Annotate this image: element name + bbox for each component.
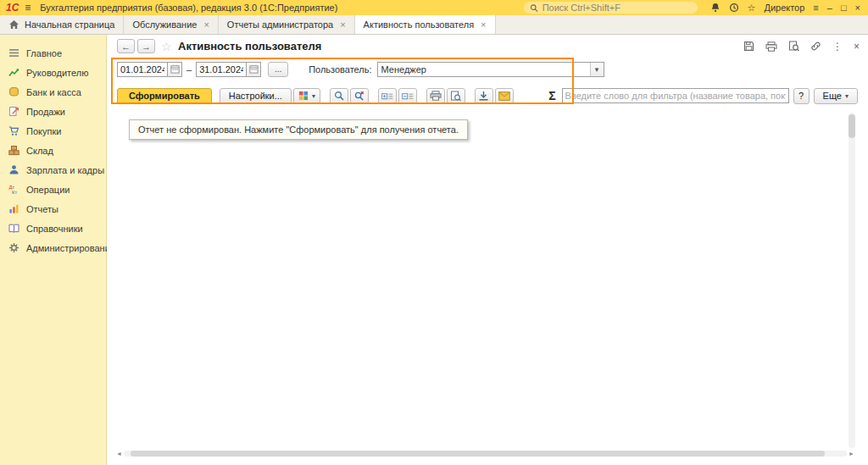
sidebar-item-label: Покупки xyxy=(26,126,61,136)
mail-icon xyxy=(498,91,510,101)
preview-report-button[interactable] xyxy=(447,88,465,104)
window-title: Бухгалтерия предприятия (базовая), редак… xyxy=(40,3,337,13)
save-icon[interactable] xyxy=(743,41,754,52)
date-from-input[interactable] xyxy=(117,62,168,77)
sum-sigma-icon[interactable]: Σ xyxy=(548,89,555,102)
save-report-button[interactable] xyxy=(475,88,493,104)
tab-close-icon[interactable]: × xyxy=(481,19,486,30)
print-icon[interactable] xyxy=(765,42,777,52)
calendar-icon xyxy=(170,64,180,74)
sidebar-item-label: Справочники xyxy=(26,224,83,234)
sidebar-item-label: Администрирование xyxy=(26,243,115,253)
date-to-input[interactable] xyxy=(196,62,247,77)
tab-label: Активность пользователя xyxy=(364,19,474,30)
topbar: 1С ≡ Бухгалтерия предприятия (базовая), … xyxy=(0,0,868,15)
settings-button[interactable]: Настройки... xyxy=(220,88,292,104)
tabbar: Начальная страница Обслуживание × Отчеты… xyxy=(0,15,868,35)
period-options-button[interactable]: ... xyxy=(268,62,288,77)
sidebar-item-label: Продажи xyxy=(26,107,65,117)
send-email-button[interactable] xyxy=(495,88,514,104)
search-icon xyxy=(530,3,538,13)
tab-label: Обслуживание xyxy=(132,19,197,30)
global-search-input[interactable] xyxy=(542,3,692,13)
horizontal-scrollbar[interactable]: ◄ ► xyxy=(116,450,854,457)
sidebar-item-payroll-hr[interactable]: Зарплата и кадры xyxy=(0,160,106,180)
sales-document-icon xyxy=(8,106,19,117)
global-search[interactable] xyxy=(524,2,698,14)
cart-icon xyxy=(8,126,19,136)
tab-admin-reports[interactable]: Отчеты администратора × xyxy=(219,15,355,34)
notifications-bell-icon[interactable] xyxy=(710,3,721,13)
sidebar: Главное Руководителю Банк и касса Продаж… xyxy=(0,35,107,465)
sidebar-item-operations[interactable]: Дт Кт Операции xyxy=(0,180,106,199)
expand-groups-button[interactable] xyxy=(378,88,397,104)
sidebar-item-administration[interactable]: Администрирование xyxy=(0,238,106,257)
more-actions-button[interactable]: Еще ▾ xyxy=(814,88,858,104)
horizontal-scrollbar-thumb[interactable] xyxy=(131,451,825,457)
scroll-left-icon[interactable]: ◄ xyxy=(116,451,122,457)
main-menu-icon[interactable]: ≡ xyxy=(25,3,31,13)
favorites-star-icon[interactable]: ☆ xyxy=(748,3,756,13)
filters-row: – ... Пользователь: Менеджер ▾ xyxy=(117,61,604,77)
find-button[interactable] xyxy=(330,88,348,104)
report-toolbar: Сформировать Настройки... ▾ xyxy=(117,87,858,104)
chevron-down-icon[interactable]: ▾ xyxy=(590,63,604,76)
trend-chart-icon xyxy=(8,67,19,78)
sidebar-item-warehouse[interactable]: Склад xyxy=(0,141,106,160)
cancel-find-button[interactable] xyxy=(350,88,369,104)
maximize-button[interactable]: □ xyxy=(841,3,847,13)
more-actions-label: Еще xyxy=(823,91,842,101)
quick-filter-input[interactable] xyxy=(562,88,789,103)
horizontal-scrollbar-track[interactable] xyxy=(124,451,847,457)
sidebar-item-label: Руководителю xyxy=(26,68,88,78)
boxes-icon xyxy=(8,145,19,156)
more-menu-icon[interactable]: ⋮ xyxy=(832,42,843,52)
get-link-icon[interactable] xyxy=(810,41,821,52)
sidebar-item-main[interactable]: Главное xyxy=(0,43,106,63)
minimize-button[interactable]: – xyxy=(827,3,832,13)
close-form-button[interactable]: × xyxy=(854,42,860,52)
sidebar-item-manager[interactable]: Руководителю xyxy=(0,63,106,82)
date-from-calendar-button[interactable] xyxy=(168,62,182,77)
date-to-calendar-button[interactable] xyxy=(247,62,261,77)
report-variants-icon xyxy=(298,91,309,101)
generate-button[interactable]: Сформировать xyxy=(117,88,212,104)
sidebar-item-bank-cash[interactable]: Банк и касса xyxy=(0,82,106,102)
sidebar-item-purchases[interactable]: Покупки xyxy=(0,121,106,141)
topbar-icons: ☆ Директор ≡ – □ × xyxy=(710,3,862,13)
scroll-right-icon[interactable]: ► xyxy=(849,451,854,457)
favorite-star-icon[interactable]: ☆ xyxy=(161,40,172,53)
vertical-scrollbar[interactable] xyxy=(849,113,855,448)
sidebar-item-sales[interactable]: Продажи xyxy=(0,102,106,121)
help-button[interactable]: ? xyxy=(793,88,810,104)
service-menu-icon[interactable]: ≡ xyxy=(813,3,818,13)
report-form: ← → ☆ Активность пользователя xyxy=(107,35,868,465)
bar-chart-icon xyxy=(8,203,19,214)
tab-label: Начальная страница xyxy=(25,19,114,30)
report-variants-button[interactable]: ▾ xyxy=(293,88,320,104)
vertical-scrollbar-thumb[interactable] xyxy=(849,114,855,138)
close-window-button[interactable]: × xyxy=(855,3,860,13)
calendar-icon xyxy=(249,64,259,74)
collapse-groups-button[interactable] xyxy=(398,88,417,104)
print-preview-icon[interactable] xyxy=(788,41,799,52)
1c-logo: 1С xyxy=(6,3,19,13)
tab-close-icon[interactable]: × xyxy=(203,19,209,30)
user-combobox[interactable]: Менеджер ▾ xyxy=(377,62,604,77)
tab-home[interactable]: Начальная страница xyxy=(0,15,124,34)
print-report-button[interactable] xyxy=(426,88,445,104)
tab-user-activity[interactable]: Активность пользователя × xyxy=(355,15,496,34)
tab-close-icon[interactable]: × xyxy=(340,19,345,30)
back-button[interactable]: ← xyxy=(117,39,135,53)
report-empty-message: Отчет не сформирован. Нажмите "Сформиров… xyxy=(129,119,468,140)
sidebar-item-label: Банк и касса xyxy=(26,87,81,97)
sidebar-item-directories[interactable]: Справочники xyxy=(0,219,106,238)
tab-service[interactable]: Обслуживание × xyxy=(124,15,218,34)
search-cancel-icon xyxy=(354,91,364,101)
print-preview-icon xyxy=(450,91,461,102)
home-icon xyxy=(8,19,19,30)
forward-button[interactable]: → xyxy=(137,39,155,53)
current-user[interactable]: Директор xyxy=(764,3,804,13)
history-clock-icon[interactable] xyxy=(729,3,739,13)
sidebar-item-reports[interactable]: Отчеты xyxy=(0,199,106,219)
